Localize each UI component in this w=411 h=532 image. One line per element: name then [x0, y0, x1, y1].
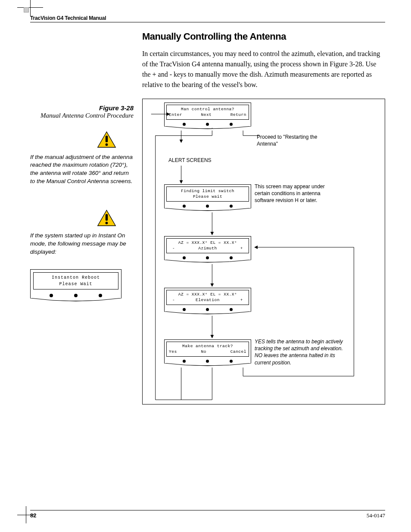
flow-screen-3: AZ = XXX.X° EL = XX.X° - Azimuth +	[164, 236, 251, 262]
figure-caption: Manual Antenna Control Procedure	[30, 112, 134, 120]
screen-option: Yes	[169, 349, 177, 355]
screen-line: AZ = XXX.X° EL = XX.X°	[169, 240, 246, 246]
screen-option: Elevation	[196, 297, 220, 303]
flow-screen-5: Make antenna track? Yes No Cancel	[164, 339, 251, 366]
alert-screens-label: ALERT SCREENS	[168, 157, 212, 163]
display-line: Instanton Reboot	[36, 274, 115, 281]
crop-mark-top	[17, 0, 43, 16]
instanton-display: Instanton Reboot Please Wait	[30, 269, 121, 301]
flow-screen-1: Man control antenna? Enter Next Return	[164, 103, 251, 129]
screen-line: Make antenna track?	[169, 343, 246, 349]
screen-option: +	[240, 297, 243, 303]
warning-icon	[30, 209, 134, 228]
flow-screen-4: AZ = XXX.X° EL = XX.X° - Elevation +	[164, 288, 251, 314]
screen-option: Next	[201, 112, 212, 118]
screen-line: Man control antenna?	[169, 106, 246, 112]
body-paragraph: In certain circumstances, you may need t…	[142, 49, 385, 90]
screen-option: +	[240, 246, 243, 251]
flow-screen-2: Finding limit switch Please wait	[164, 184, 251, 211]
screen-option: -	[172, 297, 175, 303]
warning-text-1: If the manual adjustment of the antenna …	[30, 153, 134, 186]
screen-option: Enter	[169, 112, 182, 118]
svg-rect-1	[106, 136, 108, 142]
page-number: 82	[30, 512, 36, 519]
screen-line: Finding limit switch	[169, 188, 246, 194]
screen-line: Please wait	[169, 194, 246, 199]
screen-option: Cancel	[230, 349, 246, 355]
figure-label: Figure 3-28	[30, 104, 134, 112]
svg-point-2	[106, 143, 108, 146]
running-header: TracVision G4 Technical Manual	[30, 15, 385, 22]
warning-text-2: If the system started up in Instant On m…	[30, 232, 134, 256]
screen-option: -	[172, 246, 175, 251]
page-footer: 82 54-0147	[30, 510, 385, 519]
flow-note-2: This screen may appear under certain con…	[255, 183, 341, 204]
flowchart-container: Man control antenna? Enter Next Return A…	[142, 99, 385, 404]
section-title: Manually Controlling the Antenna	[142, 31, 385, 42]
display-line: Please Wait	[36, 281, 115, 287]
document-number: 54-0147	[367, 512, 385, 519]
warning-icon	[30, 131, 134, 150]
screen-option: Return	[230, 112, 246, 118]
svg-rect-4	[106, 214, 108, 221]
flow-note-1: Proceed to "Restarting the Antenna"	[257, 134, 334, 147]
svg-point-5	[106, 222, 108, 224]
flow-note-3: YES tells the antenna to begin actively …	[255, 338, 345, 366]
screen-line: AZ = XXX.X° EL = XX.X°	[169, 292, 246, 297]
screen-option: Azimuth	[198, 246, 217, 251]
screen-option: No	[201, 349, 206, 355]
